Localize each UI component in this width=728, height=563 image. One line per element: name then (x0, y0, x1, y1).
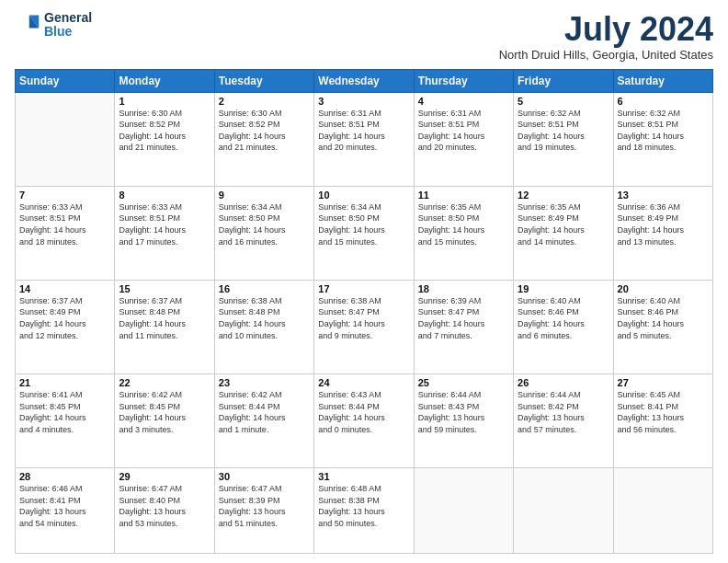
day-number: 16 (219, 283, 310, 294)
calendar-header-friday: Friday (514, 69, 613, 92)
calendar-header-sunday: Sunday (16, 69, 115, 92)
day-info: Sunrise: 6:31 AM Sunset: 8:51 PM Dayligh… (318, 108, 409, 154)
day-number: 28 (19, 471, 110, 482)
calendar-header-row: SundayMondayTuesdayWednesdayThursdayFrid… (16, 69, 713, 92)
day-number: 22 (119, 377, 210, 388)
page: General Blue July 2024 North Druid Hills… (0, 0, 728, 563)
day-number: 2 (219, 96, 310, 107)
calendar-header-monday: Monday (115, 69, 214, 92)
calendar-cell: 11Sunrise: 6:35 AM Sunset: 8:50 PM Dayli… (414, 186, 513, 280)
day-info: Sunrise: 6:32 AM Sunset: 8:51 PM Dayligh… (518, 108, 609, 154)
calendar-cell: 4Sunrise: 6:31 AM Sunset: 8:51 PM Daylig… (414, 92, 513, 186)
day-number: 9 (219, 190, 310, 201)
day-number: 7 (19, 190, 110, 201)
calendar-cell (414, 468, 513, 554)
logo-line2: Blue (44, 25, 92, 39)
title-block: July 2024 North Druid Hills, Georgia, Un… (499, 11, 713, 62)
calendar-cell (514, 468, 613, 554)
calendar-cell: 21Sunrise: 6:41 AM Sunset: 8:45 PM Dayli… (16, 373, 115, 467)
calendar-cell: 31Sunrise: 6:48 AM Sunset: 8:38 PM Dayli… (314, 468, 414, 554)
day-info: Sunrise: 6:46 AM Sunset: 8:41 PM Dayligh… (19, 483, 110, 529)
calendar-cell: 16Sunrise: 6:38 AM Sunset: 8:48 PM Dayli… (214, 280, 313, 373)
day-info: Sunrise: 6:37 AM Sunset: 8:49 PM Dayligh… (19, 295, 110, 341)
day-info: Sunrise: 6:31 AM Sunset: 8:51 PM Dayligh… (418, 108, 509, 154)
calendar-cell: 22Sunrise: 6:42 AM Sunset: 8:45 PM Dayli… (115, 373, 214, 467)
calendar-cell: 8Sunrise: 6:33 AM Sunset: 8:51 PM Daylig… (115, 186, 214, 280)
calendar-cell: 13Sunrise: 6:36 AM Sunset: 8:49 PM Dayli… (613, 186, 712, 280)
calendar-cell: 20Sunrise: 6:40 AM Sunset: 8:46 PM Dayli… (613, 280, 712, 373)
calendar-cell: 2Sunrise: 6:30 AM Sunset: 8:52 PM Daylig… (214, 92, 313, 186)
calendar-week-4: 28Sunrise: 6:46 AM Sunset: 8:41 PM Dayli… (16, 468, 713, 554)
day-number: 30 (219, 471, 310, 482)
day-number: 29 (119, 471, 210, 482)
logo-line1: General (44, 11, 92, 25)
day-info: Sunrise: 6:35 AM Sunset: 8:49 PM Dayligh… (518, 201, 609, 247)
calendar-header-wednesday: Wednesday (314, 69, 414, 92)
calendar-cell: 19Sunrise: 6:40 AM Sunset: 8:46 PM Dayli… (514, 280, 613, 373)
day-number: 3 (318, 96, 409, 107)
calendar-cell: 29Sunrise: 6:47 AM Sunset: 8:40 PM Dayli… (115, 468, 214, 554)
calendar-header-tuesday: Tuesday (214, 69, 313, 92)
day-info: Sunrise: 6:38 AM Sunset: 8:47 PM Dayligh… (318, 295, 409, 341)
calendar-cell: 14Sunrise: 6:37 AM Sunset: 8:49 PM Dayli… (16, 280, 115, 373)
calendar-cell: 25Sunrise: 6:44 AM Sunset: 8:43 PM Dayli… (414, 373, 513, 467)
day-number: 25 (418, 377, 509, 388)
day-number: 26 (518, 377, 609, 388)
day-info: Sunrise: 6:38 AM Sunset: 8:48 PM Dayligh… (219, 295, 310, 341)
day-info: Sunrise: 6:32 AM Sunset: 8:51 PM Dayligh… (618, 108, 709, 154)
calendar-cell: 26Sunrise: 6:44 AM Sunset: 8:42 PM Dayli… (514, 373, 613, 467)
day-number: 11 (418, 190, 509, 201)
month-title: July 2024 (499, 11, 713, 48)
day-number: 17 (318, 283, 409, 294)
day-number: 1 (119, 96, 210, 107)
calendar-week-2: 14Sunrise: 6:37 AM Sunset: 8:49 PM Dayli… (16, 280, 713, 373)
calendar-week-0: 1Sunrise: 6:30 AM Sunset: 8:52 PM Daylig… (16, 92, 713, 186)
calendar-cell: 12Sunrise: 6:35 AM Sunset: 8:49 PM Dayli… (514, 186, 613, 280)
day-number: 24 (318, 377, 409, 388)
day-number: 18 (418, 283, 509, 294)
day-number: 19 (518, 283, 609, 294)
day-number: 21 (19, 377, 110, 388)
calendar-cell: 30Sunrise: 6:47 AM Sunset: 8:39 PM Dayli… (214, 468, 313, 554)
calendar-cell: 5Sunrise: 6:32 AM Sunset: 8:51 PM Daylig… (514, 92, 613, 186)
header: General Blue July 2024 North Druid Hills… (15, 11, 713, 62)
day-info: Sunrise: 6:34 AM Sunset: 8:50 PM Dayligh… (219, 201, 310, 247)
day-info: Sunrise: 6:45 AM Sunset: 8:41 PM Dayligh… (618, 389, 709, 435)
logo: General Blue (15, 11, 92, 40)
day-info: Sunrise: 6:37 AM Sunset: 8:48 PM Dayligh… (119, 295, 210, 341)
day-number: 13 (618, 190, 709, 201)
logo-text: General Blue (44, 11, 92, 40)
day-number: 31 (318, 471, 409, 482)
day-number: 10 (318, 190, 409, 201)
day-number: 4 (418, 96, 509, 107)
calendar-cell: 27Sunrise: 6:45 AM Sunset: 8:41 PM Dayli… (613, 373, 712, 467)
day-number: 27 (618, 377, 709, 388)
calendar-cell (16, 92, 115, 186)
calendar-cell: 1Sunrise: 6:30 AM Sunset: 8:52 PM Daylig… (115, 92, 214, 186)
day-info: Sunrise: 6:47 AM Sunset: 8:39 PM Dayligh… (219, 483, 310, 529)
calendar-cell (613, 468, 712, 554)
calendar-cell: 3Sunrise: 6:31 AM Sunset: 8:51 PM Daylig… (314, 92, 414, 186)
day-number: 20 (618, 283, 709, 294)
day-info: Sunrise: 6:33 AM Sunset: 8:51 PM Dayligh… (19, 201, 110, 247)
day-info: Sunrise: 6:36 AM Sunset: 8:49 PM Dayligh… (618, 201, 709, 247)
day-number: 5 (518, 96, 609, 107)
logo-icon (15, 12, 40, 38)
calendar-cell: 15Sunrise: 6:37 AM Sunset: 8:48 PM Dayli… (115, 280, 214, 373)
day-info: Sunrise: 6:41 AM Sunset: 8:45 PM Dayligh… (19, 389, 110, 435)
calendar-cell: 18Sunrise: 6:39 AM Sunset: 8:47 PM Dayli… (414, 280, 513, 373)
calendar-cell: 23Sunrise: 6:42 AM Sunset: 8:44 PM Dayli… (214, 373, 313, 467)
calendar-table: SundayMondayTuesdayWednesdayThursdayFrid… (15, 69, 713, 554)
day-info: Sunrise: 6:42 AM Sunset: 8:45 PM Dayligh… (119, 389, 210, 435)
day-info: Sunrise: 6:47 AM Sunset: 8:40 PM Dayligh… (119, 483, 210, 529)
day-number: 15 (119, 283, 210, 294)
day-number: 12 (518, 190, 609, 201)
day-info: Sunrise: 6:43 AM Sunset: 8:44 PM Dayligh… (318, 389, 409, 435)
day-number: 23 (219, 377, 310, 388)
day-info: Sunrise: 6:34 AM Sunset: 8:50 PM Dayligh… (318, 201, 409, 247)
calendar-cell: 28Sunrise: 6:46 AM Sunset: 8:41 PM Dayli… (16, 468, 115, 554)
calendar-header-saturday: Saturday (613, 69, 712, 92)
day-info: Sunrise: 6:44 AM Sunset: 8:42 PM Dayligh… (518, 389, 609, 435)
day-number: 14 (19, 283, 110, 294)
day-info: Sunrise: 6:35 AM Sunset: 8:50 PM Dayligh… (418, 201, 509, 247)
